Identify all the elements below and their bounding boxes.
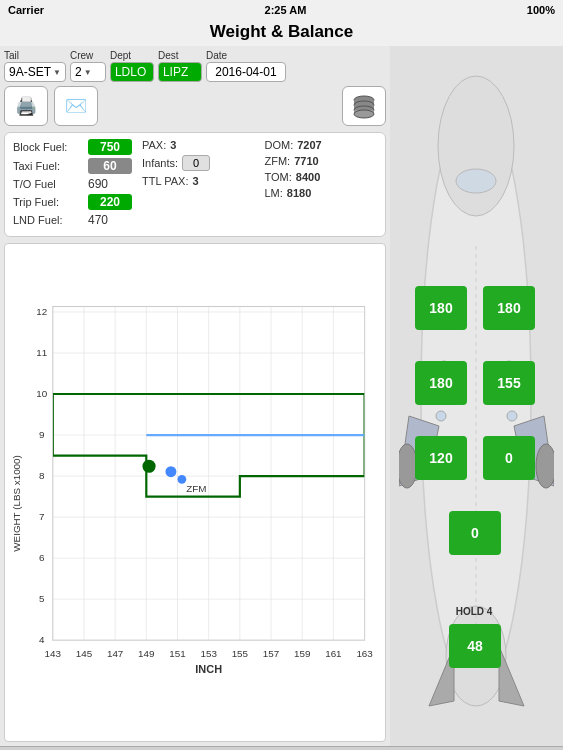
- svg-text:163: 163: [356, 648, 373, 659]
- trip-fuel-label: Trip Fuel:: [13, 196, 78, 208]
- date-value[interactable]: 2016-04-01: [206, 62, 286, 82]
- svg-text:WEIGHT (LBS x1000): WEIGHT (LBS x1000): [11, 455, 22, 552]
- right-panel: All weights in LBS: [390, 46, 563, 746]
- info-section: Block Fuel: 750 Taxi Fuel: 60 T/O Fuel 6…: [4, 132, 386, 237]
- taxi-fuel-value[interactable]: 60: [88, 158, 132, 174]
- dest-value: LIPZ: [163, 65, 188, 79]
- tail-group: Tail 9A-SET ▼: [4, 50, 66, 82]
- to-fuel-value: 690: [88, 177, 108, 191]
- infants-label: Infants:: [142, 157, 178, 169]
- email-button[interactable]: ✉️: [54, 86, 98, 126]
- crew-value: 2: [75, 65, 82, 79]
- icon-buttons-row: 🖨️ ✉️: [4, 86, 386, 126]
- svg-point-58: [456, 169, 496, 193]
- block-fuel-label: Block Fuel:: [13, 141, 78, 153]
- block-fuel-row: Block Fuel: 750: [13, 139, 132, 155]
- seat-row1-right[interactable]: 180: [483, 286, 535, 330]
- svg-text:151: 151: [169, 648, 185, 659]
- infants-row: Infants: 0: [142, 155, 255, 171]
- crew-label: Crew: [70, 50, 93, 61]
- seat-row1-left[interactable]: 180: [415, 286, 467, 330]
- weight-balance-chart: ZFM 4 5 6 7 8 9 10 11 12 143 145 147 149…: [9, 248, 381, 737]
- to-fuel-label: T/O Fuel: [13, 178, 78, 190]
- tom-row: TOM: 8400: [265, 171, 378, 183]
- lnd-fuel-value: 470: [88, 213, 108, 227]
- zfm-chart-label: ZFM: [186, 484, 206, 495]
- svg-point-65: [507, 411, 517, 421]
- svg-text:10: 10: [36, 388, 47, 399]
- ttlpax-row: TTL PAX: 3: [142, 175, 255, 187]
- svg-text:4: 4: [39, 634, 45, 645]
- to-fuel-row: T/O Fuel 690: [13, 177, 132, 191]
- dest-dropdown[interactable]: LIPZ: [158, 62, 202, 82]
- dept-dropdown[interactable]: LDLO: [110, 62, 154, 82]
- seat-row4-center[interactable]: 0: [449, 511, 501, 555]
- tom-dot: [142, 460, 155, 473]
- db-button[interactable]: [342, 86, 386, 126]
- crew-dropdown[interactable]: 2 ▼: [70, 62, 106, 82]
- email-icon: ✉️: [65, 95, 87, 117]
- print-icon: 🖨️: [15, 95, 37, 117]
- svg-text:INCH: INCH: [195, 663, 222, 675]
- svg-text:6: 6: [39, 552, 45, 563]
- svg-text:9: 9: [39, 429, 44, 440]
- ttlpax-label: TTL PAX:: [142, 175, 188, 187]
- left-panel: Tail 9A-SET ▼ Crew 2 ▼ Dept LDLO: [0, 46, 390, 746]
- seat-row2-left[interactable]: 180: [415, 361, 467, 405]
- tail-value: 9A-SET: [9, 65, 51, 79]
- lnd-fuel-label: LND Fuel:: [13, 214, 78, 226]
- status-bar: Carrier 2:25 AM 100%: [0, 0, 563, 20]
- block-fuel-value[interactable]: 750: [88, 139, 132, 155]
- svg-text:11: 11: [36, 347, 47, 358]
- dept-group: Dept LDLO: [110, 50, 154, 82]
- svg-point-6: [354, 110, 374, 118]
- trip-fuel-value[interactable]: 220: [88, 194, 132, 210]
- hold4-label: HOLD 4: [429, 606, 519, 617]
- svg-text:149: 149: [138, 648, 154, 659]
- dest-label: Dest: [158, 50, 179, 61]
- tail-arrow-icon: ▼: [53, 68, 61, 77]
- taxi-fuel-label: Taxi Fuel:: [13, 160, 78, 172]
- hold4-value[interactable]: 48: [449, 624, 501, 668]
- print-button[interactable]: 🖨️: [4, 86, 48, 126]
- svg-text:161: 161: [325, 648, 341, 659]
- database-icon: [350, 92, 378, 120]
- svg-text:147: 147: [107, 648, 123, 659]
- zfm-dot: [177, 475, 186, 484]
- seat-row3-right[interactable]: 0: [483, 436, 535, 480]
- seat-row2-right[interactable]: 155: [483, 361, 535, 405]
- zfm-row: ZFM: 7710: [265, 155, 378, 167]
- dom-row: DOM: 7207: [265, 139, 378, 151]
- svg-text:8: 8: [39, 470, 45, 481]
- date-group: Date 2016-04-01: [206, 50, 286, 82]
- dept-label: Dept: [110, 50, 131, 61]
- ttlpax-value: 3: [192, 175, 198, 187]
- seat-row3-left[interactable]: 120: [415, 436, 467, 480]
- date-label: Date: [206, 50, 227, 61]
- svg-point-54: [438, 76, 514, 216]
- svg-text:145: 145: [76, 648, 93, 659]
- crew-group: Crew 2 ▼: [70, 50, 106, 82]
- carrier-text: Carrier: [8, 4, 44, 16]
- svg-text:155: 155: [232, 648, 249, 659]
- page-title: Weight & Balance: [210, 22, 353, 41]
- taxi-fuel-row: Taxi Fuel: 60: [13, 158, 132, 174]
- chart-container: ZFM 4 5 6 7 8 9 10 11 12 143 145 147 149…: [4, 243, 386, 742]
- lnd-fuel-row: LND Fuel: 470: [13, 213, 132, 227]
- svg-text:143: 143: [45, 648, 62, 659]
- bottom-bar: Online: WiFi DB Updates: WiFi Only | e-a…: [0, 746, 563, 750]
- tail-dropdown[interactable]: 9A-SET ▼: [4, 62, 66, 82]
- dom-value: 7207: [297, 139, 321, 151]
- dept-value: LDLO: [115, 65, 146, 79]
- zfm-value: 7710: [294, 155, 318, 167]
- pax-row: PAX: 3: [142, 139, 255, 151]
- main-layout: Tail 9A-SET ▼ Crew 2 ▼ Dept LDLO: [0, 46, 563, 746]
- tom-value: 8400: [296, 171, 320, 183]
- svg-text:159: 159: [294, 648, 310, 659]
- infants-input[interactable]: 0: [182, 155, 210, 171]
- controls-row: Tail 9A-SET ▼ Crew 2 ▼ Dept LDLO: [4, 50, 386, 82]
- trip-fuel-row: Trip Fuel: 220: [13, 194, 132, 210]
- svg-text:153: 153: [200, 648, 217, 659]
- svg-text:157: 157: [263, 648, 279, 659]
- dom-label: DOM:: [265, 139, 294, 151]
